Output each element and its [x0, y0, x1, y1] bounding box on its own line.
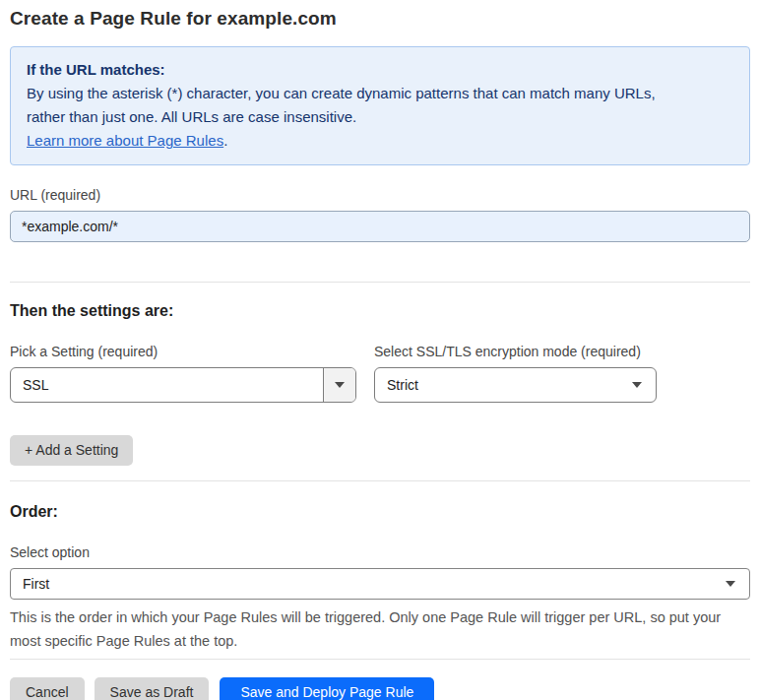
learn-more-link[interactable]: Learn more about Page Rules — [27, 132, 223, 149]
order-section-heading: Order: — [10, 503, 750, 521]
info-box-link-line: Learn more about Page Rules. — [27, 129, 733, 153]
page-rule-form: Create a Page Rule for example.com If th… — [0, 0, 760, 700]
order-select[interactable]: First — [10, 568, 750, 600]
chevron-down-icon — [632, 382, 642, 388]
order-help-text: This is the order in which your Page Rul… — [10, 605, 750, 653]
url-match-info-box: If the URL matches: By using the asteris… — [10, 46, 750, 165]
settings-row: Pick a Setting (required) SSL Select SSL… — [10, 344, 750, 403]
section-divider — [10, 282, 750, 283]
section-divider — [10, 480, 750, 481]
footer-divider — [10, 659, 750, 660]
pick-setting-select[interactable]: SSL — [10, 367, 356, 403]
page-title: Create a Page Rule for example.com — [10, 8, 750, 30]
encryption-mode-column: Select SSL/TLS encryption mode (required… — [374, 344, 657, 403]
save-as-draft-button[interactable]: Save as Draft — [95, 677, 210, 700]
link-suffix: . — [223, 132, 227, 149]
info-box-body: By using the asterisk (*) character, you… — [27, 82, 716, 129]
footer-buttons: Cancel Save as Draft Save and Deploy Pag… — [10, 677, 750, 700]
url-input[interactable] — [10, 211, 750, 242]
chevron-down-icon — [335, 382, 345, 388]
cancel-button[interactable]: Cancel — [10, 677, 85, 700]
chevron-down-icon — [726, 581, 735, 587]
info-box-heading: If the URL matches: — [27, 58, 733, 82]
pick-setting-value: SSL — [11, 368, 323, 402]
save-and-deploy-button[interactable]: Save and Deploy Page Rule — [220, 677, 434, 700]
url-field-label: URL (required) — [10, 187, 750, 203]
pick-setting-arrow-box[interactable] — [323, 368, 355, 402]
order-select-label: Select option — [10, 544, 750, 560]
settings-section-heading: Then the settings are: — [10, 302, 750, 320]
add-setting-button[interactable]: + Add a Setting — [10, 435, 133, 466]
encryption-mode-value: Strict — [387, 377, 418, 393]
encryption-mode-select[interactable]: Strict — [374, 367, 657, 403]
pick-setting-column: Pick a Setting (required) SSL — [10, 344, 356, 403]
order-select-value: First — [23, 576, 49, 592]
encryption-mode-label: Select SSL/TLS encryption mode (required… — [374, 344, 657, 359]
pick-setting-label: Pick a Setting (required) — [10, 344, 356, 359]
